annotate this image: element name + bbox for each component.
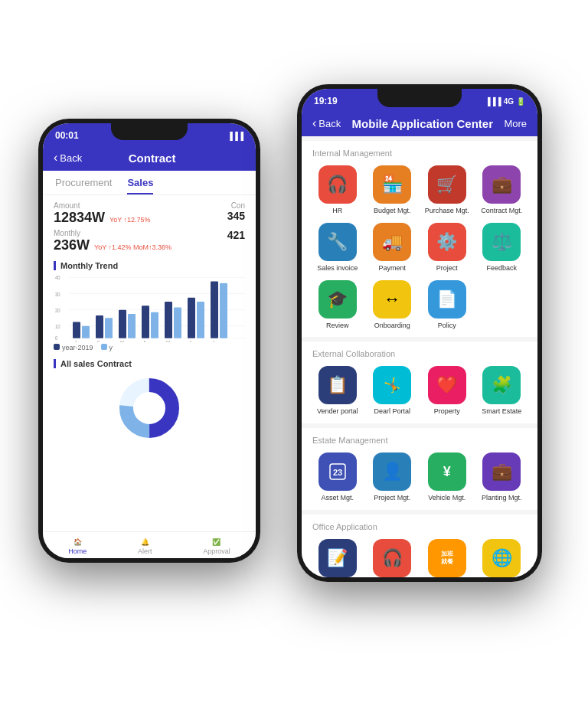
bottom-nav-approval[interactable]: ✅ Approval [203,538,230,555]
monthly-label: Monthly [54,229,172,237]
svg-text:J: J [74,340,77,342]
amount-value-row: 12834W YoY ↑12.75% [54,210,151,226]
monthly-col-value: 421 [227,229,245,241]
svg-rect-10 [73,322,80,338]
app-review[interactable]: 🎓 Review [312,280,363,330]
svg-text:30: 30 [55,291,60,296]
section-title-estate: Estate Management [312,436,527,445]
app-icon-asset: 23 [318,452,357,491]
back-button-left[interactable]: ‹ Back [54,151,82,165]
svg-rect-21 [174,307,181,338]
app-label-projectmgt: Project Mgt. [374,494,410,502]
svg-text:F: F [97,340,100,342]
app-purchase[interactable]: 🛒 Purchase Mgt. [422,165,472,215]
app-budget[interactable]: 🏪 Budget Mgt. [368,165,418,215]
status-time-left: 00:01 [55,130,79,141]
app-payment[interactable]: 🚚 Payment [368,223,418,273]
svg-rect-22 [197,302,204,338]
svg-rect-13 [142,305,149,338]
app-label-dearl: Dearl Portal [374,407,410,416]
signal-icon: ▐▐▐ [227,132,243,140]
app-label-hr: HR [332,207,342,215]
app-property[interactable]: ❤️ Property [422,366,472,416]
tabs-row: Procurement Sales [43,171,256,195]
bottom-nav-home[interactable]: 🏠 Home [68,538,87,555]
app-vehicle[interactable]: ¥ Vehicle Mgt. [422,452,472,502]
more-button[interactable]: More [504,118,527,129]
app-grid-estate: 23 Asset Mgt. 👤 Project Mgt. ¥ Vehicle M… [312,452,527,502]
stats-section: Amount 12834W YoY ↑12.75% Con 345 Monthl… [43,195,256,258]
app-icon-review: 🎓 [318,280,357,319]
status-icons-left: ▐▐▐ [227,132,243,140]
app-meal[interactable]: 加班就餐 Meal [422,539,472,577]
app-icon-smartestate: 🧩 [482,366,521,404]
app-icon-repari: 🎧 [373,539,411,577]
section-title-office: Office Application [312,522,527,531]
home-label: Home [68,547,87,555]
svg-text:J: J [189,340,191,342]
app-repari[interactable]: 🎧 Repari [368,539,418,577]
phone-right-screen: 19:19 ▐▐▐ 4G 🔋 ‹ Back Mobile Ap [302,89,537,577]
app-label-project: Project [436,264,458,273]
app-icon-budget: 🏪 [373,165,411,204]
app-icon-onboarding: ↔️ [373,280,411,319]
back-arrow-left: ‹ [54,151,57,165]
app-newrequest[interactable]: 📝 New request [312,539,363,577]
phone-left: 00:01 ▐▐▐ ‹ Back Contract Procurement Sa… [38,119,260,563]
bottom-nav-alert[interactable]: 🔔 Alert [138,538,152,555]
svg-text:20: 20 [55,308,60,313]
app-label-planting: Planting Mgt. [482,494,522,502]
app-asset[interactable]: 23 Asset Mgt. [312,452,363,502]
status-icons-right: ▐▐▐ 4G 🔋 [485,97,525,106]
svg-text:J: J [212,340,214,342]
monthly-yoy: YoY ↑1.42% MoM↑3.36% [94,243,172,251]
amount-label: Amount [54,201,151,210]
nav-title-right: Mobile Application Center [341,117,504,130]
back-button-right[interactable]: ‹ Back [312,116,341,130]
app-icon-meal: 加班就餐 [428,539,466,577]
app-contract[interactable]: 💼 Contract Mgt. [477,165,528,215]
app-icon-newrequest: 📝 [318,539,357,577]
section-office: Office Application 📝 New request 🎧 Repar… [302,515,537,577]
app-icon-hr: 🎧 [318,165,357,204]
app-label-vehicle: Vehicle Mgt. [428,494,466,502]
app-project[interactable]: ⚙️ Project [422,223,472,273]
donut-chart-svg [115,377,184,439]
section-title-external: External Collaboration [312,349,527,358]
tab-sales[interactable]: Sales [127,171,153,194]
svg-rect-19 [128,314,136,338]
chart-title: Monthly Trend [54,261,245,270]
app-smartestate[interactable]: 🧩 Smart Estate [477,366,528,416]
bottom-nav: 🏠 Home 🔔 Alert ✅ Approval [43,531,256,558]
scene: 00:01 ▐▐▐ ‹ Back Contract Procurement Sa… [0,0,588,722]
app-icon-vender: 📋 [318,366,357,404]
notch-right [377,89,462,107]
app-onboarding[interactable]: ↔️ Onboarding [368,280,418,330]
app-salesinvoice[interactable]: 🔧 Sales invoice [312,223,363,273]
app-icon-purchase: 🛒 [428,165,466,204]
app-meeting[interactable]: 🌐 Meeting [477,539,528,577]
app-hr[interactable]: 🎧 HR [312,165,363,215]
app-icon-projectmgt: 👤 [373,452,411,491]
svg-text:M: M [120,340,124,342]
section-internal: Internal Management 🎧 HR 🏪 Budget Mgt. 🛒 [302,141,537,337]
app-vender[interactable]: 📋 Vender portal [312,366,363,416]
approval-label: Approval [203,547,230,555]
nav-bar-right: ‹ Back Mobile Application Center More [302,110,537,136]
app-policy[interactable]: 📄 Policy [422,280,472,330]
svg-rect-11 [96,315,103,338]
app-projectmgt[interactable]: 👤 Project Mgt. [368,452,418,502]
svg-rect-14 [165,302,172,338]
back-label-left: Back [60,152,82,164]
app-label-policy: Policy [438,322,456,330]
tab-procurement[interactable]: Procurement [55,171,112,194]
app-label-property: Property [434,407,460,416]
app-planting[interactable]: 💼 Planting Mgt. [477,452,528,502]
app-grid-internal: 🎧 HR 🏪 Budget Mgt. 🛒 Purchase Mgt. [312,165,527,329]
stats-row-1: Amount 12834W YoY ↑12.75% Con 345 [54,201,245,226]
svg-rect-15 [188,298,195,338]
app-feedback[interactable]: ⚖️ Feedback [477,223,528,273]
app-icon-contract: 💼 [482,165,521,204]
con-label: Con [227,201,245,210]
app-dearl[interactable]: 🤸 Dearl Portal [368,366,418,416]
